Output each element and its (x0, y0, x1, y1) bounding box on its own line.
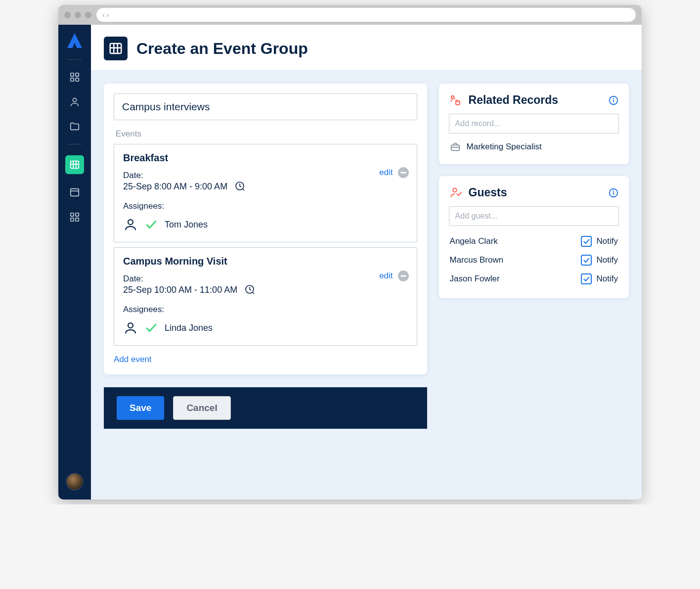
save-button[interactable]: Save (117, 396, 164, 420)
main-area: Create an Event Group Events Breakfast D… (91, 25, 642, 499)
svg-rect-29 (451, 145, 459, 150)
assignees-label: Assignees: (123, 305, 408, 315)
minimize-dot[interactable] (75, 12, 81, 18)
record-label: Marketing Specialist (467, 142, 542, 152)
nav-arrows-icon: ‹ › (102, 11, 109, 19)
guest-row: Marcus Brown Notify (449, 251, 619, 270)
related-records-card: Related Records Marketing Specialist (439, 84, 629, 164)
content: Events Breakfast Date: 25-Sep 8:00 AM - … (91, 71, 642, 499)
event-item: Breakfast Date: 25-Sep 8:00 AM - 9:00 AM… (114, 144, 417, 242)
add-event-link[interactable]: Add event (114, 355, 152, 364)
group-name-input[interactable] (114, 93, 417, 120)
app-shell: Create an Event Group Events Breakfast D… (58, 25, 642, 499)
calendar-grid-icon[interactable] (65, 155, 84, 174)
guest-name: Marcus Brown (450, 255, 504, 265)
page-header: Create an Event Group (91, 25, 642, 71)
svg-point-31 (453, 188, 457, 192)
svg-point-4 (73, 98, 76, 102)
check-icon (145, 321, 158, 334)
edit-link[interactable]: edit (379, 271, 393, 281)
info-icon[interactable] (608, 95, 619, 106)
person-icon (123, 320, 138, 335)
event-date: 25-Sep 8:00 AM - 9:00 AM (123, 181, 227, 192)
svg-rect-11 (71, 213, 74, 216)
user-avatar[interactable] (66, 473, 84, 491)
add-guest-input[interactable] (449, 206, 619, 226)
window-icon[interactable] (68, 186, 81, 199)
related-records-icon (449, 94, 462, 107)
guest-row: Jason Fowler Notify (449, 270, 619, 288)
notify-checkbox[interactable] (581, 236, 592, 247)
dashboard-icon[interactable] (68, 71, 81, 84)
window-controls (64, 12, 91, 18)
assignee-name: Tom Jones (165, 220, 208, 230)
guest-icon (449, 186, 462, 199)
event-date: 25-Sep 10:00 AM - 11:00 AM (123, 285, 237, 295)
cancel-button[interactable]: Cancel (173, 396, 230, 420)
calendar-grid-icon (104, 37, 128, 60)
related-records-title: Related Records (469, 93, 601, 107)
notify-label: Notify (597, 274, 618, 284)
sidebar (58, 25, 91, 499)
event-date-label: Date: (123, 274, 408, 284)
add-record-input[interactable] (449, 114, 619, 134)
event-title: Campus Morning Visit (123, 256, 408, 267)
svg-rect-9 (71, 189, 79, 196)
event-date-label: Date: (123, 171, 408, 181)
svg-point-34 (613, 190, 614, 191)
close-dot[interactable] (64, 12, 71, 18)
event-item: Campus Morning Visit Date: 25-Sep 10:00 … (114, 247, 417, 346)
guests-title: Guests (469, 186, 601, 199)
url-bar[interactable]: ‹ › (96, 8, 636, 22)
svg-rect-14 (76, 218, 79, 221)
assignees-label: Assignees: (123, 201, 408, 211)
guest-name: Jason Fowler (450, 274, 500, 284)
browser-window: ‹ › (58, 5, 642, 499)
briefcase-icon (450, 141, 461, 152)
folder-icon[interactable] (68, 120, 81, 133)
assignee-row: Linda Jones (123, 320, 408, 335)
remove-event-icon[interactable] (398, 167, 409, 178)
guest-row: Angela Clark Notify (449, 232, 619, 251)
notify-checkbox[interactable] (581, 273, 592, 284)
event-title: Breakfast (123, 152, 408, 164)
svg-point-22 (128, 323, 133, 328)
notify-checkbox[interactable] (581, 255, 592, 266)
globe-clock-icon[interactable] (244, 284, 256, 296)
svg-rect-0 (71, 73, 74, 76)
svg-line-25 (454, 98, 458, 102)
info-icon[interactable] (608, 187, 619, 198)
divider (68, 144, 82, 144)
page-title: Create an Event Group (136, 40, 308, 58)
check-icon (145, 218, 158, 231)
assignee-row: Tom Jones (123, 217, 408, 232)
remove-event-icon[interactable] (398, 271, 409, 281)
svg-point-20 (128, 220, 133, 225)
svg-rect-13 (71, 218, 74, 221)
action-bar: Save Cancel (104, 387, 427, 429)
person-icon (123, 217, 138, 232)
user-icon[interactable] (68, 95, 81, 108)
notify-label: Notify (597, 255, 618, 265)
divider (68, 59, 82, 60)
record-item[interactable]: Marketing Specialist (449, 139, 619, 154)
events-card: Events Breakfast Date: 25-Sep 8:00 AM - … (104, 84, 427, 374)
globe-clock-icon[interactable] (234, 181, 246, 192)
guest-name: Angela Clark (450, 236, 498, 246)
maximize-dot[interactable] (85, 12, 91, 18)
app-logo-icon[interactable] (66, 32, 84, 49)
notify-label: Notify (597, 236, 618, 246)
svg-rect-3 (76, 78, 79, 81)
svg-point-23 (451, 95, 453, 98)
svg-rect-1 (76, 73, 79, 76)
svg-point-28 (613, 98, 614, 98)
browser-toolbar: ‹ › (58, 5, 642, 25)
events-section-label: Events (116, 129, 417, 139)
apps-icon[interactable] (68, 211, 81, 224)
guests-card: Guests Angela Clark Notify (439, 176, 629, 298)
edit-link[interactable]: edit (379, 168, 393, 178)
svg-rect-12 (76, 213, 79, 216)
svg-rect-2 (71, 78, 74, 81)
assignee-name: Linda Jones (165, 323, 213, 333)
